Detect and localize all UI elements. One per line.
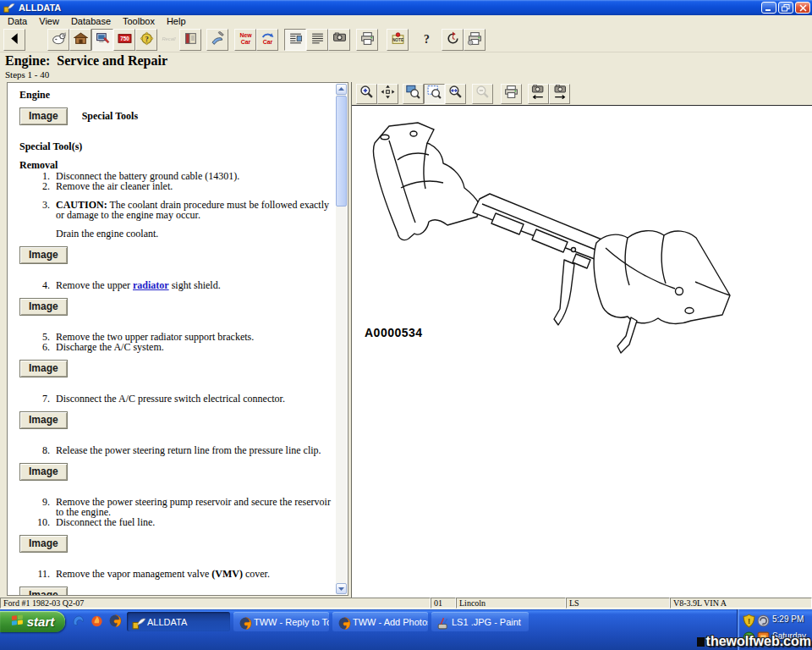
menu-item-data[interactable]: Data <box>2 15 33 28</box>
tsb-button[interactable]: 750 <box>113 29 135 51</box>
doc-paragraph: Drain the engine coolant. <box>56 229 332 239</box>
radiator-link[interactable]: radiator <box>133 279 169 291</box>
image-button[interactable]: Image <box>19 107 68 125</box>
image-block: Image <box>19 535 332 553</box>
gear-icon: ? <box>140 31 154 49</box>
scroll-down-button[interactable] <box>336 583 347 594</box>
minimize-button[interactable] <box>761 2 776 14</box>
scroll-up-button[interactable] <box>336 84 347 95</box>
step-text-part: sight shield. <box>169 279 221 291</box>
quicklaunch-media-icon[interactable] <box>90 614 103 627</box>
step-text: Disconnect the A/C pressure switch elect… <box>56 394 285 404</box>
clock[interactable]: 5:29 PM <box>772 614 804 624</box>
task-button[interactable]: ALLDATA <box>127 612 230 631</box>
tray-shield-icon[interactable]: ! <box>742 614 754 625</box>
window-title: ALLDATA <box>19 3 761 13</box>
back-button[interactable] <box>3 29 25 51</box>
restore-button[interactable] <box>778 2 793 14</box>
zoom-width-button[interactable] <box>445 84 466 104</box>
library-button[interactable] <box>179 29 201 51</box>
service-repair-button[interactable] <box>91 29 113 51</box>
next-image-button[interactable] <box>549 84 570 104</box>
step-text-part: Release the power steering return line f… <box>56 444 321 456</box>
menu-item-view[interactable]: View <box>33 15 65 28</box>
image-button[interactable]: Image <box>19 360 68 377</box>
close-button[interactable] <box>795 2 810 14</box>
task-button[interactable]: TWW - Reply to Topic... <box>233 612 329 631</box>
menu-item-database[interactable]: Database <box>65 15 117 28</box>
image-block: Image <box>19 360 332 377</box>
procedure-step: 9.Remove the power steering pump reservo… <box>19 497 332 517</box>
zoomin-icon <box>359 85 374 102</box>
vertical-scrollbar[interactable] <box>336 84 347 594</box>
note-button[interactable]: NOTE <box>387 29 409 51</box>
drawing-canvas: A0000534 <box>352 106 812 598</box>
camprev-icon <box>531 85 546 102</box>
image-block: Image <box>19 587 332 595</box>
task-button[interactable]: LS1 .JPG - Paint <box>431 612 529 631</box>
zoom-window-button[interactable] <box>403 84 424 104</box>
scrollbar-thumb[interactable] <box>336 96 347 207</box>
step-text: Remove the vapor management valve (VMV) … <box>56 569 270 579</box>
image-button[interactable]: Image <box>19 463 68 481</box>
image-view-button[interactable] <box>328 29 350 51</box>
doc-heading: Special Tool(s) <box>19 141 332 151</box>
recall-button[interactable]: Recall <box>157 29 179 51</box>
menu-item-help[interactable]: Help <box>161 15 192 28</box>
step-text-part: Remove the upper <box>56 279 133 291</box>
image-button[interactable]: Image <box>19 411 68 429</box>
step-text-part: Disconnect the A/C pressure switch elect… <box>56 393 285 405</box>
quicklaunch-firefox-icon[interactable] <box>108 614 122 627</box>
figure-label: A0000534 <box>365 326 423 339</box>
previous-image-button[interactable] <box>528 84 549 104</box>
tools-button[interactable] <box>206 29 228 51</box>
help-button[interactable]: ? <box>415 29 437 51</box>
start-button[interactable]: start <box>0 611 65 632</box>
zoom-fit-button[interactable] <box>424 84 445 104</box>
used-car-button[interactable]: Car <box>256 29 278 51</box>
print-image-button[interactable] <box>501 84 522 104</box>
usedcar-icon: Car <box>261 31 275 49</box>
print-button[interactable] <box>356 29 378 51</box>
task-label: ALLDATA <box>147 617 187 627</box>
text-image-view-button[interactable] <box>284 29 306 51</box>
watermark: thewolfweb.com <box>697 634 811 649</box>
history-button[interactable] <box>442 29 464 51</box>
shop-button[interactable] <box>69 29 91 51</box>
step-number: 8. <box>19 445 50 455</box>
print-setup-button[interactable] <box>464 29 486 51</box>
menu-bar: DataViewDatabaseToolboxHelp <box>0 15 812 28</box>
procedure-step: 8.Release the power steering return line… <box>19 445 332 455</box>
procedure-step: 2.Remove the air cleaner inlet. <box>19 181 332 191</box>
new-car-button[interactable]: NewCar <box>234 29 256 51</box>
text-view-button[interactable] <box>306 29 328 51</box>
doc-heading: Removal <box>19 160 332 170</box>
step-text: CAUTION: The coolant drain procedure mus… <box>56 200 332 220</box>
repair-assistant-button[interactable] <box>47 29 69 51</box>
image-block: ImageSpecial Tools <box>19 107 332 125</box>
menu-item-toolbox[interactable]: Toolbox <box>117 15 161 28</box>
print-icon <box>504 85 518 102</box>
pan-button[interactable] <box>377 84 398 104</box>
tray-update-icon[interactable] <box>756 614 768 625</box>
step-number: 3. <box>19 200 50 220</box>
firefox-icon <box>337 616 349 628</box>
step-number: 2. <box>19 181 50 191</box>
procedure-step: 4.Remove the upper radiator sight shield… <box>19 280 332 290</box>
watermark-square <box>697 637 705 647</box>
zoomfit-icon <box>427 85 442 102</box>
image-button[interactable]: Image <box>19 246 68 264</box>
step-text-part: Remove the air cleaner inlet. <box>56 180 173 192</box>
task-label: TWW - Add Photos - ... <box>353 617 428 627</box>
help-icon: ? <box>420 31 434 49</box>
image-button[interactable]: Image <box>19 298 68 316</box>
quicklaunch-messenger-icon[interactable] <box>71 614 85 627</box>
zoomwidth-icon <box>448 85 463 102</box>
parts-labor-button[interactable]: ? <box>135 29 157 51</box>
image-button[interactable]: Image <box>19 535 68 553</box>
step-text-part: Remove the vapor management valve <box>56 568 211 580</box>
zoom-in-button[interactable] <box>356 84 377 104</box>
image-button[interactable]: Image <box>19 587 68 595</box>
image-toolbar <box>352 82 812 106</box>
task-button[interactable]: TWW - Add Photos - ... <box>332 612 428 631</box>
